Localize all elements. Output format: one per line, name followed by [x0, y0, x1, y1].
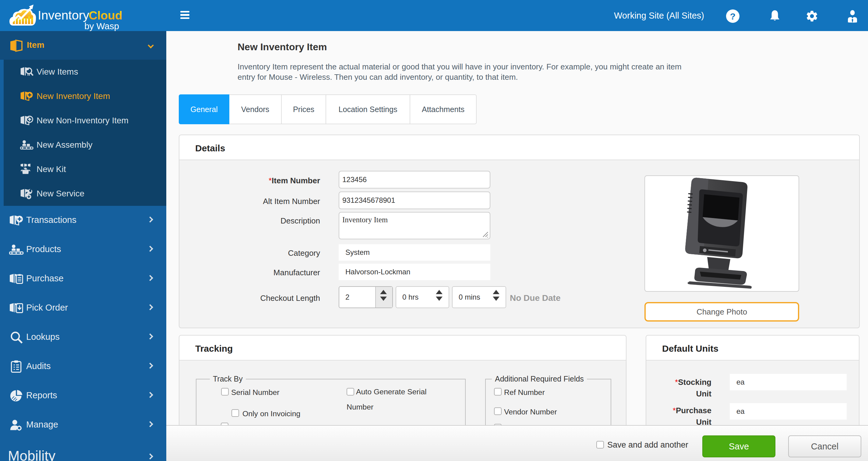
svg-text:Inventory: Inventory: [38, 8, 89, 22]
svg-text:?: ?: [730, 11, 736, 21]
svg-text:by Wasp: by Wasp: [84, 21, 119, 31]
svg-text:Cloud: Cloud: [89, 9, 122, 22]
